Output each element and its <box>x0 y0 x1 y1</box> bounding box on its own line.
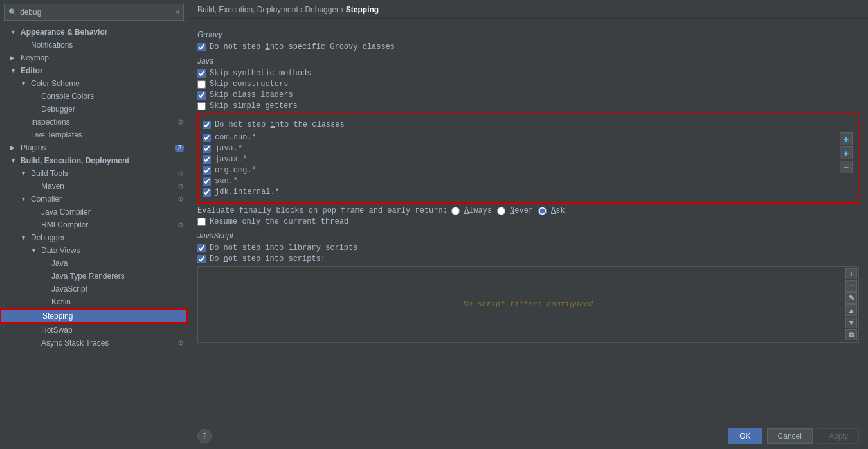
sidebar-item-appearance[interactable]: ▼ Appearance & Behavior <box>0 26 188 39</box>
search-bar: 🔍 × <box>4 4 184 21</box>
js-do-not-step-library-checkbox[interactable] <box>197 244 206 252</box>
sidebar-item-compiler[interactable]: ▼ Compiler ⚙ <box>0 193 188 206</box>
help-button[interactable]: ? <box>197 429 212 443</box>
sidebar-item-inspections[interactable]: Inspections ⚙ <box>0 116 188 128</box>
expand-arrow: ▼ <box>10 67 19 74</box>
scripts-down-button[interactable]: ▼ <box>845 317 857 328</box>
gear-icon: ⚙ <box>177 170 184 178</box>
filter-javax: javax.* <box>203 155 836 164</box>
scripts-edit-button[interactable]: ✎ <box>845 292 857 304</box>
scripts-filter-box: No script filters configured + − ✎ ▲ ▼ ⧉ <box>197 266 859 343</box>
do-not-step-classes-checkbox[interactable] <box>203 121 211 129</box>
sidebar-item-label: Build, Execution, Deployment <box>19 155 188 166</box>
always-radio-label[interactable]: Always <box>451 206 492 215</box>
skip-class-loaders-checkbox[interactable] <box>197 91 206 100</box>
apply-button[interactable]: Apply <box>818 428 859 444</box>
always-radio[interactable] <box>451 207 460 215</box>
js-do-not-step-scripts-row: Do not step into scripts: <box>197 254 859 263</box>
scripts-up-button[interactable]: ▲ <box>845 304 857 316</box>
skip-class-loaders-row: Skip class loaders <box>197 91 859 100</box>
sidebar-item-console-colors[interactable]: Console Colors <box>0 90 188 103</box>
do-not-step-classes-row: Do not step into the classes <box>203 120 854 129</box>
sidebar-item-build-tools[interactable]: ▼ Build Tools ⚙ <box>0 167 188 180</box>
sidebar-item-hotswap[interactable]: HotSwap <box>0 324 188 337</box>
sidebar-item-java-compiler[interactable]: Java Compiler <box>0 206 188 218</box>
cancel-button[interactable]: Cancel <box>767 428 813 444</box>
sidebar-item-editor[interactable]: ▼ Editor <box>0 64 188 77</box>
scripts-remove-button[interactable]: − <box>845 280 857 292</box>
add-filter2-button[interactable]: + <box>840 146 853 159</box>
expand-arrow: ▶ <box>10 55 19 61</box>
expand-arrow: ▼ <box>10 29 19 35</box>
filter-com-sun-checkbox[interactable] <box>203 134 211 142</box>
sidebar-item-debugger-editor[interactable]: Debugger <box>0 103 188 116</box>
filter-sun-label: sun.* <box>215 177 238 186</box>
filter-sun-checkbox[interactable] <box>203 177 211 186</box>
js-do-not-step-scripts-checkbox[interactable] <box>197 255 206 263</box>
sidebar-item-color-scheme[interactable]: ▼ Color Scheme <box>0 77 188 90</box>
ask-radio-label[interactable]: Ask <box>538 206 565 215</box>
filter-java-label: java.* <box>215 144 242 153</box>
sidebar-item-data-views[interactable]: ▼ Data Views <box>0 244 188 257</box>
scripts-copy-button[interactable]: ⧉ <box>845 329 857 340</box>
do-not-step-classes-box: Do not step into the classes com.sun.* j… <box>197 113 859 204</box>
sidebar-tree: ▼ Appearance & Behavior Notifications ▶ … <box>0 24 188 449</box>
ask-radio[interactable] <box>538 207 547 215</box>
expand-arrow: ▼ <box>21 234 30 241</box>
never-radio-label[interactable]: Never <box>497 206 533 215</box>
gear-icon: ⚙ <box>177 339 184 348</box>
sidebar-item-label: Data Views <box>40 245 188 256</box>
expand-arrow: ▶ <box>10 145 19 151</box>
scripts-add-button[interactable]: + <box>845 268 857 279</box>
sidebar-item-debugger[interactable]: ▼ Debugger <box>0 231 188 244</box>
class-filters-area: com.sun.* java.* javax.* org.omg.* <box>203 131 854 198</box>
never-radio[interactable] <box>497 207 505 215</box>
sidebar-item-stepping[interactable]: Stepping <box>0 308 188 324</box>
sidebar-item-java-dv[interactable]: Java <box>0 257 188 270</box>
sidebar-item-live-templates[interactable]: Live Templates <box>0 128 188 141</box>
expand-arrow: ▼ <box>21 80 30 87</box>
gear-icon: ⚙ <box>177 118 184 127</box>
expand-arrow: ▼ <box>21 170 30 177</box>
sidebar-item-javascript-dv[interactable]: JavaScript <box>0 283 188 295</box>
do-not-step-classes-label: Do not step into the classes <box>215 120 345 129</box>
filter-java-checkbox[interactable] <box>203 145 211 153</box>
sidebar-item-label: Inspections <box>30 117 177 127</box>
sidebar-item-build-execution[interactable]: ▼ Build, Execution, Deployment <box>0 154 188 167</box>
sidebar-item-label: Java Compiler <box>40 207 188 217</box>
ok-button[interactable]: OK <box>728 428 761 444</box>
scripts-toolbar: + − ✎ ▲ ▼ ⧉ <box>844 267 858 342</box>
skip-simple-getters-checkbox[interactable] <box>197 102 206 110</box>
resume-only-row: Resume only the current thread <box>197 217 859 226</box>
filter-jdk-internal-checkbox[interactable] <box>203 188 211 197</box>
skip-synthetic-label: Skip synthetic methods <box>210 69 311 78</box>
resume-only-label: Resume only the current thread <box>210 217 348 226</box>
sidebar-item-notifications[interactable]: Notifications <box>0 39 188 51</box>
sidebar-item-label: Plugins <box>19 143 175 153</box>
search-input[interactable] <box>20 8 176 17</box>
sidebar-item-kotlin[interactable]: Kotlin <box>0 295 188 308</box>
filter-org-omg-checkbox[interactable] <box>203 166 211 175</box>
sidebar-item-rmi-compiler[interactable]: RMI Compiler ⚙ <box>0 218 188 231</box>
skip-constructors-label: Skip constructors <box>210 80 288 89</box>
sidebar-item-label: Color Scheme <box>30 78 188 89</box>
sidebar-item-label: HotSwap <box>40 325 188 335</box>
sidebar-item-label: Compiler <box>30 194 177 204</box>
skip-constructors-checkbox[interactable] <box>197 80 206 89</box>
filter-javax-checkbox[interactable] <box>203 155 211 164</box>
sidebar-item-java-type-renderers[interactable]: Java Type Renderers <box>0 270 188 283</box>
sidebar-item-async-stack-traces[interactable]: Async Stack Traces ⚙ <box>0 337 188 349</box>
skip-synthetic-checkbox[interactable] <box>197 69 206 78</box>
add-filter-button[interactable]: + <box>840 132 853 145</box>
main-layout: 🔍 × ▼ Appearance & Behavior Notification… <box>0 0 868 449</box>
sidebar-item-label: Maven <box>40 181 177 191</box>
clear-search-icon[interactable]: × <box>176 8 179 16</box>
filter-java: java.* <box>203 144 836 153</box>
resume-only-checkbox[interactable] <box>197 218 206 226</box>
groovy-do-not-step-checkbox[interactable] <box>197 43 206 51</box>
remove-filter-button[interactable]: − <box>840 161 853 173</box>
breadcrumb: Build, Execution, Deployment › Debugger … <box>188 0 868 19</box>
sidebar-item-plugins[interactable]: ▶ Plugins 2 <box>0 141 188 154</box>
sidebar-item-maven[interactable]: Maven ⚙ <box>0 180 188 193</box>
sidebar-item-keymap[interactable]: ▶ Keymap <box>0 51 188 64</box>
